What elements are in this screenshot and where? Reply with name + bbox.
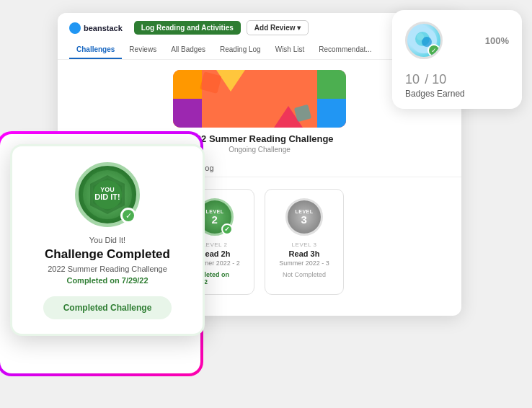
svg-rect-8 <box>317 99 346 128</box>
modal-badge-outer: YOU DID IT! ✓ <box>75 162 140 227</box>
tab-reading-log[interactable]: Reading Log <box>213 41 268 59</box>
badge-name: Read 3h <box>289 249 320 258</box>
svg-rect-5 <box>173 70 202 99</box>
badges-count: 10 / 10 <box>405 66 446 89</box>
badge-icon-level3: LEVEL 3 <box>285 198 323 236</box>
tab-challenges[interactable]: Challenges <box>69 41 122 59</box>
modal-subtitle: You Did It! <box>89 236 125 244</box>
badges-earned-label: Badges Earned <box>405 89 465 99</box>
log-reading-button[interactable]: Log Reading and Activities <box>134 21 241 35</box>
logo-text: beanstack <box>84 24 123 32</box>
badge-series: Summer 2022 - 3 <box>279 260 329 267</box>
logo: beanstack <box>69 22 123 34</box>
svg-point-3 <box>417 33 424 40</box>
tab-wish-list[interactable]: Wish List <box>268 41 312 59</box>
tab-reviews[interactable]: Reviews <box>122 41 164 59</box>
logo-icon <box>69 22 81 34</box>
svg-rect-6 <box>317 70 346 99</box>
tab-all-badges[interactable]: All Badges <box>164 41 213 59</box>
completed-challenge-button[interactable]: Completed Challenge <box>43 296 172 319</box>
avatar-check-icon: ✓ <box>427 44 440 57</box>
add-review-button[interactable]: Add Review ▾ <box>247 20 309 35</box>
add-review-label: Add Review <box>254 24 296 32</box>
badge-card-level3: LEVEL 3 LEVEL 3 Read 3h Summer 2022 - 3 … <box>265 189 344 295</box>
count-value: 10 <box>405 72 420 87</box>
chevron-down-icon: ▾ <box>297 24 301 32</box>
badge-level-label: LEVEL 2 <box>203 241 228 248</box>
modal-challenge-name: 2022 Summer Reading Challenge <box>48 265 167 273</box>
challenge-title: 2022 Summer Reading Challenge <box>185 133 333 144</box>
badges-earned-card: ✓ 100% 10 / 10 Badges Earned <box>392 10 522 109</box>
svg-text:DID IT!: DID IT! <box>94 192 120 201</box>
challenge-subtitle: Ongoing Challenge <box>229 146 291 154</box>
tab-recommendations[interactable]: Recommendat... <box>311 41 378 59</box>
svg-rect-7 <box>173 99 202 128</box>
challenge-banner: SUMMER Reading Challenge <box>173 70 346 128</box>
badge-check-icon: ✓ <box>221 223 233 235</box>
modal-badge-check-icon: ✓ <box>120 208 136 223</box>
percent-label: 100% <box>485 35 509 46</box>
badge-status: Not Completed <box>283 271 326 278</box>
count-total: / 10 <box>425 72 446 87</box>
modal-title: Challenge Completed <box>45 247 170 262</box>
badge-level-label: LEVEL 3 <box>292 241 317 248</box>
modal-completed-date: Completed on 7/29/22 <box>66 276 148 285</box>
badge-avatar: ✓ <box>405 22 443 59</box>
badges-earned-top: ✓ 100% <box>405 22 509 59</box>
completed-challenge-modal: YOU DID IT! ✓ You Did It! Challenge Comp… <box>10 144 205 336</box>
